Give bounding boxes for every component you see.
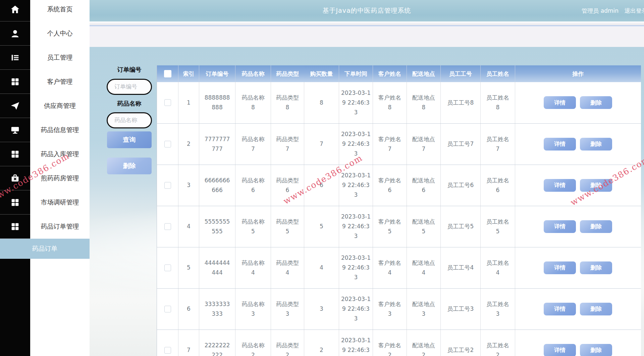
- sidebar-item-4[interactable]: 供应商管理: [30, 94, 90, 118]
- cell-order_no: 2222222222: [199, 330, 235, 356]
- cell-employee_name: 员工姓名6: [481, 165, 515, 206]
- order-no-input[interactable]: [107, 79, 152, 95]
- cell-customer: 客户姓名5: [373, 206, 407, 247]
- cell-index: 3: [178, 165, 199, 206]
- grid-icon[interactable]: [0, 142, 30, 166]
- header-shadow-band: [90, 21, 644, 25]
- cell-employee_no: 员工工号8: [441, 82, 481, 123]
- col-header-3: 药品类型: [271, 65, 304, 82]
- cell-order_time: 2023-03-19 22:46:33: [339, 330, 373, 356]
- cell-quantity: 3: [304, 288, 339, 330]
- detail-button[interactable]: 详情: [544, 138, 576, 151]
- cell-order_time: 2023-03-19 22:46:33: [339, 247, 373, 288]
- delete-button[interactable]: 删除: [580, 220, 612, 233]
- cell-address: 配送地点6: [407, 165, 441, 206]
- send-icon[interactable]: [0, 94, 30, 118]
- sidebar-item-3[interactable]: 客户管理: [30, 70, 90, 94]
- cell-drug_name: 药品名称8: [235, 82, 271, 123]
- cell-drug_type: 药品类型2: [271, 330, 304, 356]
- detail-button[interactable]: 详情: [544, 220, 576, 233]
- col-header-1: 订单编号: [199, 65, 235, 82]
- cell-order_time: 2023-03-19 22:46:33: [339, 288, 373, 330]
- grid-icon[interactable]: [0, 215, 30, 239]
- list-icon[interactable]: [0, 46, 30, 70]
- sidebar-item-2[interactable]: 员工管理: [30, 46, 90, 70]
- sidebar-item-1[interactable]: 个人中心: [30, 21, 90, 46]
- sidebar-item-5[interactable]: 药品信息管理: [30, 118, 90, 142]
- select-all-header-cell: [157, 65, 178, 82]
- cell-index: 7: [178, 330, 199, 356]
- drug-name-input[interactable]: [107, 112, 152, 128]
- cell-order_no: 8888888888: [199, 82, 235, 123]
- col-header-10: 操作: [515, 65, 641, 82]
- cell-address: 配送地点3: [407, 288, 441, 330]
- case-icon[interactable]: [0, 166, 30, 190]
- app-title: 基于Java的中医药店管理系统: [90, 0, 644, 21]
- select-all-checkbox[interactable]: [164, 70, 171, 77]
- table-row: 27777777777药品名称7药品类型772023-03-19 22:46:3…: [157, 123, 641, 165]
- sidebar-item-6[interactable]: 药品入库管理: [30, 142, 90, 166]
- cell-quantity: 8: [304, 82, 339, 123]
- table-row: 45555555555药品名称5药品类型552023-03-19 22:46:3…: [157, 206, 641, 247]
- cell-drug_type: 药品类型4: [271, 247, 304, 288]
- cell-employee_name: 员工姓名8: [481, 82, 515, 123]
- cell-customer: 客户姓名4: [373, 247, 407, 288]
- delete-button[interactable]: 删除: [580, 344, 612, 356]
- cell-employee_no: 员工工号6: [441, 165, 481, 206]
- row-checkbox[interactable]: [164, 223, 171, 230]
- breadcrumb-zone: 系统首页 药品订单: [90, 26, 644, 47]
- delete-button[interactable]: 删除: [580, 261, 612, 274]
- row-checkbox[interactable]: [164, 141, 171, 147]
- cell-quantity: 5: [304, 206, 339, 247]
- cell-order_time: 2023-03-19 22:46:33: [339, 165, 373, 206]
- col-header-4: 购买数量: [304, 65, 339, 82]
- detail-button[interactable]: 详情: [544, 344, 576, 356]
- sidebar-item-7[interactable]: 煎药药房管理: [30, 166, 90, 190]
- search-button[interactable]: 查询: [107, 131, 152, 148]
- cell-address: 配送地点8: [407, 82, 441, 123]
- sidebar-menu: 系统首页个人中心员工管理客户管理供应商管理药品信息管理药品入库管理煎药药房管理市…: [30, 0, 90, 356]
- cell-customer: 客户姓名3: [373, 288, 407, 330]
- col-header-5: 下单时间: [339, 65, 373, 82]
- user-icon[interactable]: [0, 21, 30, 46]
- row-checkbox[interactable]: [164, 99, 171, 106]
- cell-order_time: 2023-03-19 22:46:33: [339, 206, 373, 247]
- detail-button[interactable]: 详情: [544, 179, 576, 192]
- cell-quantity: 7: [304, 123, 339, 165]
- cell-customer: 客户姓名6: [373, 165, 407, 206]
- row-checkbox[interactable]: [164, 347, 171, 354]
- batch-delete-button[interactable]: 删除: [107, 158, 152, 174]
- grid-icon[interactable]: [0, 70, 30, 94]
- cell-employee_name: 员工姓名7: [481, 123, 515, 165]
- sidebar-item-0[interactable]: 系统首页: [30, 0, 90, 21]
- row-checkbox[interactable]: [164, 306, 171, 312]
- cell-address: 配送地点7: [407, 123, 441, 165]
- cell-address: 配送地点5: [407, 206, 441, 247]
- grid-icon[interactable]: [0, 190, 30, 215]
- cell-employee_no: 员工工号3: [441, 288, 481, 330]
- cell-order_no: 6666666666: [199, 165, 235, 206]
- delete-button[interactable]: 删除: [580, 179, 612, 192]
- cell-actions: 详情删除: [515, 288, 641, 330]
- sidebar-item-8[interactable]: 市场调研管理: [30, 190, 90, 215]
- detail-button[interactable]: 详情: [544, 303, 576, 315]
- detail-button[interactable]: 详情: [544, 96, 576, 109]
- row-checkbox[interactable]: [164, 182, 171, 189]
- cell-drug_name: 药品名称5: [235, 206, 271, 247]
- logout-link[interactable]: 退出登录: [625, 7, 644, 15]
- row-checkbox[interactable]: [164, 264, 171, 271]
- cell-drug_type: 药品类型7: [271, 123, 304, 165]
- delete-button[interactable]: 删除: [580, 303, 612, 315]
- sidebar-item-9[interactable]: 药品订单管理: [30, 215, 90, 239]
- drug-name-label: 药品名称: [107, 100, 152, 108]
- sidebar-item-active-drug-order[interactable]: 药品订单: [0, 239, 90, 259]
- delete-button[interactable]: 删除: [580, 138, 612, 151]
- monitor-icon[interactable]: [0, 118, 30, 142]
- cell-employee_name: 员工姓名2: [481, 330, 515, 356]
- detail-button[interactable]: 详情: [544, 261, 576, 274]
- delete-button[interactable]: 删除: [580, 96, 612, 109]
- cell-order_no: 4444444444: [199, 247, 235, 288]
- cell-order_no: 5555555555: [199, 206, 235, 247]
- col-header-0: 索引: [178, 65, 199, 82]
- home-icon[interactable]: [0, 0, 30, 21]
